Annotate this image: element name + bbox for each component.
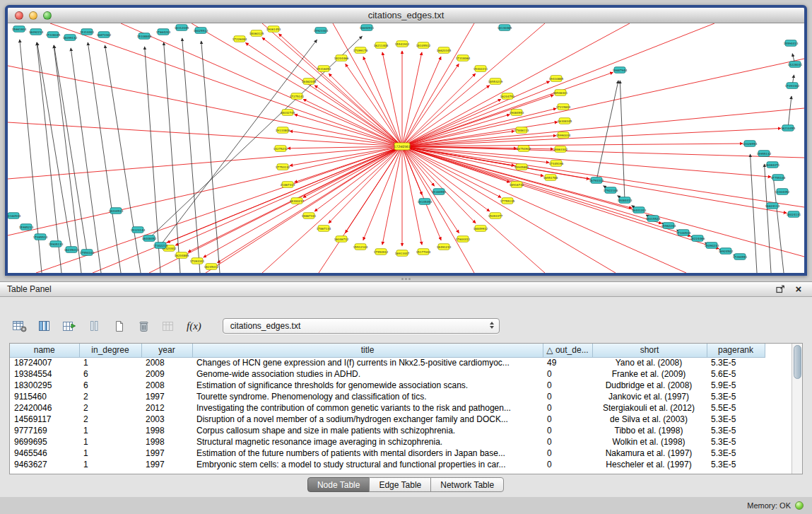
graph-edge (88, 42, 121, 273)
graph-edge (278, 34, 402, 146)
table-panel-title: Table Panel (7, 284, 52, 294)
graph-node-label: 19145453 (418, 200, 433, 204)
panel-resize-handle[interactable] (400, 277, 411, 281)
table-mode-icon[interactable] (11, 317, 28, 334)
graph-node-label: 19084553 (510, 111, 524, 115)
graph-node-label: 15090233 (705, 244, 719, 247)
tab-node-table[interactable]: Node Table (307, 477, 370, 492)
delete-columns-icon[interactable] (86, 317, 102, 334)
column-header-2[interactable]: year (141, 344, 192, 357)
graph-node-label: 17275141 (290, 95, 305, 98)
column-header-0[interactable]: name (10, 344, 79, 357)
table-source-select[interactable]: citations_edges.txt (223, 318, 500, 334)
graph-node-label: 15990034 (556, 134, 571, 137)
table-cell: 6 (79, 380, 141, 391)
table-cell: 9465546 (10, 448, 79, 459)
table-row[interactable]: 977716911998Corpus callosum shape and si… (10, 425, 765, 436)
graph-edge (402, 59, 804, 146)
table-cell: 5.3E-5 (707, 425, 765, 436)
table-cell: Tourette syndrome. Phenomenology and cla… (192, 391, 543, 402)
close-window-button[interactable] (15, 11, 23, 20)
graph-node-label: 16873302 (97, 33, 112, 37)
function-builder-button[interactable]: f(x) (184, 317, 204, 334)
tab-network-table[interactable]: Network Table (430, 477, 504, 492)
float-panel-icon[interactable] (774, 284, 787, 295)
graph-node-label: 16204751 (500, 95, 515, 98)
table-cell: 2012 (141, 402, 192, 414)
graph-node-label: 15084413 (618, 199, 632, 202)
table-cell: 0 (543, 436, 592, 448)
graph-node-label: 15402211 (473, 67, 488, 71)
table-cell: 1 (79, 357, 141, 368)
attribute-table: namein_degreeyeartitle△ out_de...shortpa… (10, 344, 765, 470)
graph-node-label: 15316054 (317, 67, 331, 71)
create-column-icon[interactable] (61, 317, 78, 334)
table-cell: 0 (543, 425, 592, 436)
memory-ok-indicator (795, 501, 804, 510)
table-cell: 22420046 (10, 402, 79, 414)
network-canvas[interactable]: 1554191216211408170991781820446615316054… (8, 23, 804, 273)
graph-node-label: 17100538 (676, 231, 691, 235)
graph-node-label: 15512104 (353, 245, 368, 249)
show-columns-icon[interactable] (36, 317, 53, 334)
table-row[interactable]: 969969511998Structural magnetic resonanc… (10, 436, 765, 448)
scrollbar-thumb[interactable] (794, 345, 801, 379)
graph-node-label: 18204466 (334, 57, 349, 60)
graph-edge (8, 146, 402, 179)
minimize-window-button[interactable] (29, 11, 37, 20)
graph-node-label: 13304452 (775, 190, 790, 194)
zoom-window-button[interactable] (43, 11, 52, 20)
table-cell: 0 (543, 368, 592, 380)
table-row[interactable]: 1830029562008Estimation of significance … (10, 380, 765, 391)
new-row-icon[interactable] (110, 317, 127, 334)
graph-node-label: 18099132 (63, 36, 78, 40)
graph-node-label: 18015524 (646, 217, 661, 221)
graph-edge (105, 45, 141, 273)
graph-node-label: 17664203 (156, 30, 171, 34)
rename-column-icon-disabled (160, 317, 177, 334)
graph-node-label: 18916732 (510, 183, 524, 187)
column-header-1[interactable]: in_degree (79, 344, 141, 357)
table-row[interactable]: 1938455462009Genome-wide association stu… (10, 368, 765, 380)
delete-row-trash-icon[interactable] (135, 317, 152, 334)
graph-node-label: 18312045 (175, 26, 189, 30)
graph-edge (751, 154, 757, 273)
graph-edge (363, 146, 402, 240)
graph-node-label: 15108844 (137, 35, 152, 38)
graph-node-label: 16245013 (64, 248, 79, 252)
table-row[interactable]: 946362711997Embryonic stem cells: a mode… (10, 459, 765, 470)
graph-node-label: 15985213 (19, 226, 34, 229)
table-row[interactable]: 2242004622012Investigating the contribut… (10, 402, 765, 414)
table-cell: 5.3E-5 (707, 436, 765, 448)
table-cell: Estimation of the future numbers of pati… (192, 448, 543, 459)
table-row[interactable]: 946554611997Estimation of the future num… (10, 448, 765, 459)
graph-node-label: 18204513 (109, 209, 124, 213)
close-panel-icon[interactable]: × (792, 284, 805, 295)
table-cell: Structural magnetic resonance image aver… (192, 436, 543, 448)
graph-node-label: 17302214 (153, 244, 168, 247)
table-cell: 0 (543, 402, 592, 414)
graph-node-label: 16025513 (194, 29, 208, 33)
graph-node-label: 16204885 (175, 254, 189, 257)
graph-node-label: 17085514 (33, 235, 48, 239)
table-vertical-scrollbar[interactable] (792, 344, 802, 474)
column-header-5[interactable]: short (592, 344, 707, 357)
table-source-value: citations_edges.txt (230, 321, 300, 331)
column-header-4[interactable]: △ out_de... (543, 344, 592, 357)
network-window-titlebar[interactable]: citations_edges.txt (8, 8, 804, 23)
table-row[interactable]: 1872400712008Changes of HCN gene express… (10, 357, 765, 368)
table-cell: 5.3E-5 (707, 414, 765, 425)
graph-node-label: 21867313 (281, 183, 295, 187)
column-header-3[interactable]: title (192, 344, 543, 357)
table-cell: 0 (543, 459, 592, 470)
table-cell: 5.3E-5 (707, 459, 765, 470)
table-row[interactable]: 911546021997Tourette syndrome. Phenomeno… (10, 391, 765, 402)
column-header-6[interactable]: pagerank (707, 344, 765, 357)
graph-node-label: 18491233 (437, 245, 452, 249)
graph-node-label: 15184551 (432, 190, 447, 194)
select-stepper-icon (490, 322, 494, 329)
tab-edge-table[interactable]: Edge Table (369, 477, 431, 492)
table-cell: Disruption of a novel member of a sodium… (192, 414, 543, 425)
table-row[interactable]: 1456911722003Disruption of a novel membe… (10, 414, 765, 425)
graph-node-label: 17554103 (80, 251, 95, 255)
